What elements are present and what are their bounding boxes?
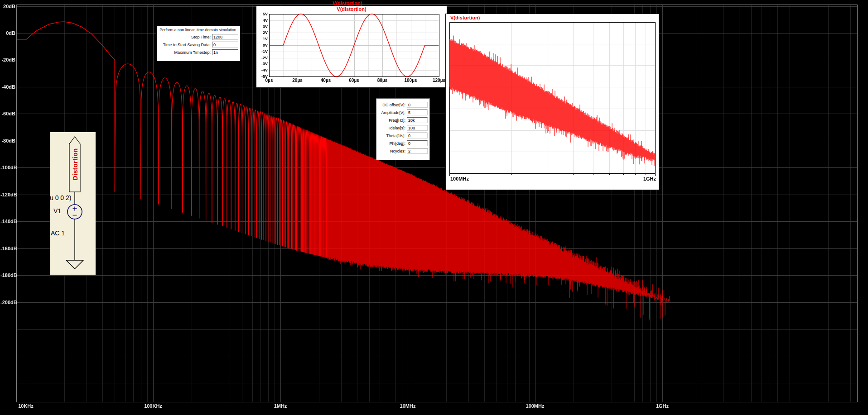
time-y-axis-label: 2V bbox=[256, 30, 268, 35]
ncycles-input[interactable] bbox=[407, 148, 428, 154]
theta-row: Theta[1/s]: bbox=[378, 133, 428, 138]
phi-input[interactable] bbox=[407, 140, 428, 146]
transient-description: Perform a non-linear, time-domain simula… bbox=[159, 28, 238, 32]
time-x-axis-label: 60µs bbox=[349, 78, 359, 83]
main-y-axis-label: -20dB bbox=[0, 57, 15, 62]
main-y-axis-label: -140dB bbox=[0, 219, 15, 224]
main-y-axis-label: -80dB bbox=[0, 138, 15, 143]
dc-offset-input[interactable] bbox=[407, 102, 428, 108]
freq-input[interactable] bbox=[407, 117, 428, 123]
theta-input[interactable] bbox=[407, 133, 428, 138]
time-domain-inset: V(distortion) 5V4V3V2V1V0V-1V-2V-3V-4V-5… bbox=[256, 5, 447, 88]
main-x-axis-label: 10MHz bbox=[400, 403, 416, 409]
time-y-axis-label: 3V bbox=[256, 24, 268, 29]
theta-label: Theta[1/s]: bbox=[386, 134, 405, 138]
main-x-axis-label: 1GHz bbox=[656, 403, 669, 409]
time-y-axis-label: -4V bbox=[256, 68, 268, 72]
time-x-axis-label: 100µs bbox=[404, 78, 417, 83]
main-y-axis-label: -120dB bbox=[0, 192, 15, 197]
main-x-axis-label: 100MHz bbox=[526, 403, 545, 409]
ncycles-row: Ncycles: bbox=[378, 148, 428, 154]
main-x-axis-label: 1MHz bbox=[274, 403, 287, 409]
tdelay-input[interactable] bbox=[407, 125, 428, 131]
time-y-axis-label: 1V bbox=[256, 37, 268, 41]
tdelay-row: Tdelay[s]: bbox=[378, 125, 428, 131]
ncycles-label: Ncycles: bbox=[390, 149, 405, 153]
time-y-axis-label: -2V bbox=[256, 56, 268, 60]
tdelay-label: Tdelay[s]: bbox=[388, 126, 405, 130]
ground-symbol[interactable] bbox=[66, 260, 83, 269]
start-saving-input[interactable] bbox=[212, 42, 238, 48]
main-y-axis-label: 20dB bbox=[0, 4, 15, 9]
stop-time-label: Stop Time: bbox=[191, 35, 211, 39]
freq-row: Freq[Hz]: bbox=[378, 117, 428, 123]
time-x-axis-label: 80µs bbox=[377, 78, 387, 83]
time-x-axis-label: 40µs bbox=[321, 78, 331, 83]
time-y-axis-label: 0V bbox=[256, 43, 268, 48]
time-x-axis-label: 120µs bbox=[433, 78, 445, 83]
time-inset-title: V(distortion) bbox=[256, 6, 447, 12]
max-timestep-label: Maximum Timestep: bbox=[174, 50, 211, 55]
voltage-source-schematic: Distortion u 0 0 2) V1 AC 1 bbox=[50, 132, 96, 275]
main-x-axis-label: 10KHz bbox=[18, 403, 34, 409]
fft-zoom-plot[interactable] bbox=[446, 14, 659, 190]
main-y-axis-label: -160dB bbox=[0, 246, 15, 251]
net-label[interactable]: Distortion bbox=[72, 138, 79, 191]
max-timestep-input[interactable] bbox=[212, 49, 238, 55]
main-y-axis-label: -60dB bbox=[0, 111, 15, 116]
phi-row: Phi[deg]: bbox=[378, 140, 428, 146]
fft-zoom-inset: V(distortion) 100MHz 1GHz bbox=[445, 14, 659, 190]
main-y-axis-label: 0dB bbox=[0, 30, 15, 36]
time-y-axis-label: -1V bbox=[256, 49, 268, 54]
main-y-axis-label: -200dB bbox=[0, 300, 15, 305]
main-x-axis-label: 100KHz bbox=[144, 403, 162, 409]
component-value[interactable]: AC 1 bbox=[51, 229, 65, 237]
amplitude-row: Amplitude[V]: bbox=[378, 110, 428, 115]
dc-offset-label: DC offset[V]: bbox=[382, 103, 405, 107]
main-y-axis-label: -100dB bbox=[0, 165, 15, 170]
time-domain-plot[interactable] bbox=[256, 6, 447, 87]
time-y-axis-label: 5V bbox=[256, 12, 268, 16]
start-saving-row: Time to Start Saving Data: bbox=[159, 42, 238, 48]
stop-time-row: Stop Time: bbox=[159, 34, 238, 40]
spice-directive-clipped: u 0 0 2) bbox=[50, 194, 71, 201]
amplitude-label: Amplitude[V]: bbox=[381, 110, 405, 115]
time-x-axis-label: 20µs bbox=[292, 78, 302, 83]
phi-label: Phi[deg]: bbox=[389, 141, 405, 146]
transient-settings-panel: Perform a non-linear, time-domain simula… bbox=[156, 25, 241, 62]
ltspice-window: V(distortion) 20dB0dB-20dB-40dB-60dB-80d… bbox=[0, 0, 868, 415]
sine-source-panel: DC offset[V]: Amplitude[V]: Freq[Hz]: Td… bbox=[376, 98, 430, 160]
time-x-axis-label: 0µs bbox=[265, 78, 273, 83]
time-y-axis-label: -3V bbox=[256, 62, 268, 66]
component-ref[interactable]: V1 bbox=[53, 207, 61, 215]
zoom-x-axis-label: 100MHz bbox=[450, 176, 469, 181]
main-plot-title: V(distortion) bbox=[333, 0, 362, 6]
freq-label: Freq[Hz]: bbox=[389, 118, 405, 123]
start-saving-label: Time to Start Saving Data: bbox=[163, 43, 211, 47]
main-y-axis-label: -180dB bbox=[0, 272, 15, 278]
max-timestep-row: Maximum Timestep: bbox=[159, 49, 238, 55]
amplitude-input[interactable] bbox=[407, 110, 428, 115]
dc-offset-row: DC offset[V]: bbox=[378, 102, 428, 108]
zoom-x-axis-label: 1GHz bbox=[643, 176, 656, 181]
zoom-inset-title: V(distortion) bbox=[450, 15, 480, 20]
stop-time-input[interactable] bbox=[212, 34, 238, 40]
main-y-axis-label: -40dB bbox=[0, 84, 15, 90]
time-y-axis-label: 4V bbox=[256, 18, 268, 23]
